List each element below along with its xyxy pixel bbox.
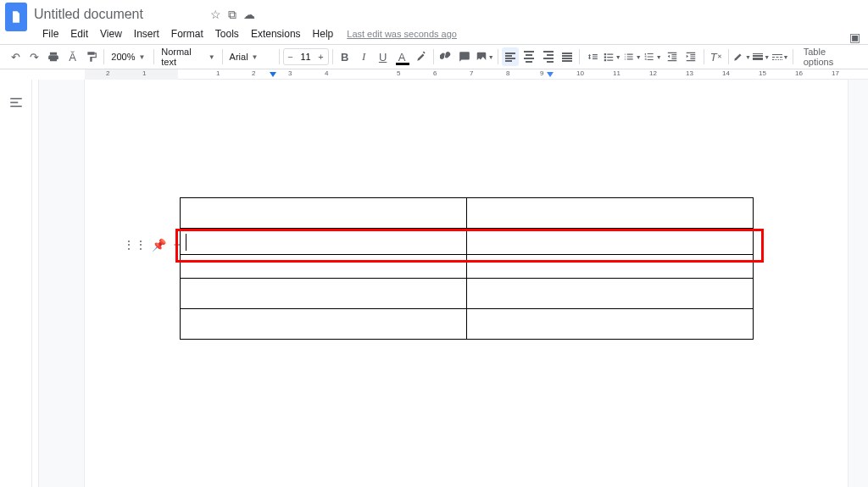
menu-view[interactable]: View [95,26,127,42]
right-indent-marker[interactable] [547,72,554,77]
table-cell[interactable] [181,279,467,309]
clear-formatting-button[interactable]: T✕ [708,47,725,66]
numbered-list-button[interactable]: ▼ [643,47,662,66]
border-dash-button[interactable]: ▼ [771,47,788,66]
ruler-tick: 16 [795,69,803,77]
ruler-tick: 6 [433,69,437,77]
redo-button[interactable]: ↷ [25,47,42,66]
table-row[interactable] [181,229,754,255]
table-cell[interactable] [181,229,467,255]
ruler-tick: 3 [288,69,292,77]
ruler-tick: 15 [759,69,766,77]
paragraph-style-select[interactable]: Normal text▼ [158,47,218,66]
ruler-tick: 12 [649,69,657,77]
table-options-button[interactable]: Table options [797,45,861,69]
separator [579,49,580,64]
table-row[interactable] [181,309,754,340]
separator [279,49,280,64]
move-icon[interactable]: ⧉ [228,8,236,22]
docs-logo[interactable] [5,3,27,31]
align-right-button[interactable] [539,47,556,66]
font-size-input[interactable] [298,52,314,62]
ruler-tick: 1 [142,69,146,77]
line-spacing-button[interactable] [583,47,600,66]
spellcheck-button[interactable]: Ă [64,47,81,66]
insert-image-button[interactable]: ▼ [476,47,494,66]
ruler-tick: 13 [686,69,693,77]
print-button[interactable] [45,47,62,66]
ruler-tick: 2 [106,69,109,77]
row-controls: ⋮⋮ 📌 ＋ [123,237,183,252]
paint-format-button[interactable] [83,47,100,66]
separator [728,49,729,64]
table-cell[interactable] [181,255,467,279]
ruler-tick: 2 [252,69,255,77]
table-row[interactable] [181,255,754,279]
highlight-button[interactable] [412,47,429,66]
menu-tools[interactable]: Tools [210,26,244,42]
ruler-tick: 10 [576,69,584,77]
table-cell[interactable] [467,279,754,309]
drag-handle-icon[interactable]: ⋮⋮ [123,238,147,252]
border-color-button[interactable]: ▼ [732,47,751,66]
align-left-button[interactable] [502,47,519,66]
menu-file[interactable]: File [37,26,64,42]
menu-edit[interactable]: Edit [65,26,93,42]
sidebar-collapse-icon[interactable]: ▣ [849,30,863,44]
cloud-icon[interactable]: ☁ [243,8,255,21]
border-width-button[interactable]: ▼ [753,47,770,66]
insert-comment-button[interactable] [456,47,473,66]
italic-button[interactable]: I [355,47,372,66]
align-center-button[interactable] [520,47,537,66]
horizontal-ruler[interactable]: 2 1 1 2 3 4 5 6 7 8 9 10 11 12 13 14 15 … [85,69,868,80]
text-color-button[interactable]: A [393,47,410,66]
vertical-ruler[interactable] [32,80,39,487]
font-size-control: − + [283,48,329,65]
page-area[interactable]: ⋮⋮ 📌 ＋ [32,80,868,487]
document-table[interactable] [180,197,754,340]
document-title-input[interactable] [34,7,203,22]
table-cell[interactable] [467,255,754,279]
bold-button[interactable]: B [336,47,353,66]
ruler-tick: 14 [722,69,730,77]
outline-toggle-icon[interactable] [8,95,24,110]
left-indent-marker[interactable] [270,72,276,77]
zoom-select[interactable]: 200%▼ [108,47,150,66]
table-cell[interactable] [467,229,754,255]
separator [332,49,333,64]
ruler-tick: 7 [470,69,473,77]
table-cell[interactable] [467,198,754,229]
separator [153,49,154,64]
menu-format[interactable]: Format [166,26,209,42]
decrease-indent-button[interactable] [664,47,681,66]
table-cell[interactable] [467,309,754,340]
undo-button[interactable]: ↶ [7,47,24,66]
table-cell[interactable] [181,309,467,340]
table-cell[interactable] [181,198,467,229]
table-row[interactable] [181,279,754,309]
menu-extensions[interactable]: Extensions [246,26,306,42]
separator [433,49,434,64]
star-icon[interactable]: ☆ [210,8,221,21]
menu-help[interactable]: Help [308,26,339,42]
pin-row-icon[interactable]: 📌 [152,238,166,252]
align-justify-button[interactable] [559,47,576,66]
table-row[interactable] [181,198,754,229]
document-page[interactable]: ⋮⋮ 📌 ＋ [85,80,848,487]
checklist-button[interactable]: ▼ [603,47,621,66]
font-size-decrease[interactable]: − [284,49,298,64]
menu-insert[interactable]: Insert [129,26,164,42]
bulleted-list-button[interactable]: ▼ [623,47,642,66]
ruler-tick: 4 [325,69,328,77]
last-edit-info[interactable]: Last edit was seconds ago [347,29,457,39]
toolbar: ↶ ↷ Ă 200%▼ Normal text▼ Arial▼ − + B I … [0,44,868,69]
insert-link-button[interactable] [437,47,454,66]
font-select[interactable]: Arial▼ [226,47,275,66]
ruler-tick: 8 [506,69,509,77]
separator [704,49,704,64]
increase-indent-button[interactable] [682,47,699,66]
separator [793,49,793,64]
underline-button[interactable]: U [374,47,391,66]
font-size-increase[interactable]: + [314,49,328,64]
separator [498,49,498,64]
